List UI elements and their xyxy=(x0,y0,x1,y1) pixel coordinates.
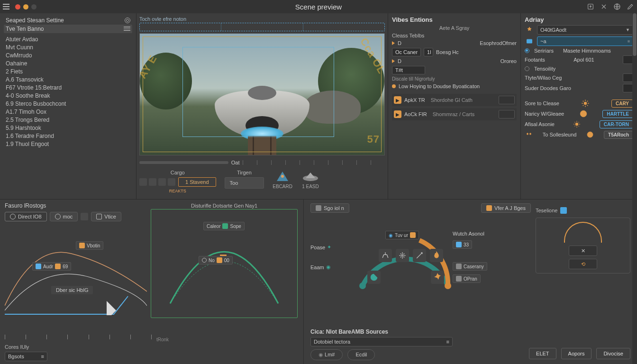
tool-icon[interactable] xyxy=(158,178,166,186)
camera-input[interactable]: Oc Caner xyxy=(392,48,421,56)
side-card: ✕ ⟲ xyxy=(536,218,630,273)
window-controls[interactable] xyxy=(15,4,36,9)
shortcut-row[interactable]: ▶ ApkX TR Shordohe Gl Cath xyxy=(392,94,517,106)
preset-dropdown[interactable]: O40tGAodt▼ xyxy=(537,25,633,35)
pose-icon[interactable] xyxy=(379,249,392,262)
svg-point-11 xyxy=(445,282,451,289)
close-mini[interactable]: ✕ xyxy=(569,246,597,256)
spark-icon[interactable] xyxy=(431,271,444,284)
action-row[interactable]: To Sollesleund T5ARoch xyxy=(525,130,633,139)
expand-icon[interactable] xyxy=(392,59,395,63)
sidebar-item[interactable]: CwMrrudo xyxy=(4,51,132,59)
curve-tab[interactable]: Direct IO8 xyxy=(5,212,47,221)
globe-icon[interactable] xyxy=(613,3,621,10)
curve-graph-1[interactable]: Vbotin Audr69 Dber sic HblG xyxy=(5,225,147,315)
radio-row[interactable]: Seririars Masete Himnmoams xyxy=(525,48,633,54)
value-box[interactable] xyxy=(499,110,515,118)
value-box[interactable] xyxy=(499,96,515,104)
sidebar-item[interactable]: 5.9 Harshtook xyxy=(4,124,132,132)
cargo-icons[interactable] xyxy=(139,178,175,186)
sidebar-item[interactable]: 2.5 Trongs Bered xyxy=(4,116,132,124)
sidebar-item[interactable]: Mvt Cuunn xyxy=(4,43,132,51)
cut-icon[interactable] xyxy=(600,3,608,10)
export-icon[interactable] xyxy=(587,3,594,10)
scrollbar[interactable] xyxy=(632,13,637,364)
edit-icon[interactable] xyxy=(627,3,634,10)
wand-icon[interactable] xyxy=(413,249,426,262)
color-swatch[interactable] xyxy=(623,55,633,64)
node-tag[interactable]: CaleorSope xyxy=(203,222,245,230)
action-row[interactable]: Naricy W/Gleaee HARTTLE xyxy=(525,109,633,118)
curve-graph-2[interactable]: Disturifle Dotsarte Gen Nay1 CaleorSope … xyxy=(151,209,298,318)
radial-dial[interactable]: ◉Tuv ur xyxy=(348,205,462,309)
mini-dial[interactable] xyxy=(564,222,602,243)
sidebar-item[interactable]: A.6 Tsansovick xyxy=(4,75,132,83)
elet-button[interactable]: ELET xyxy=(529,348,556,359)
sidebar-item[interactable]: 6.9 Sterco Busbochcont xyxy=(4,100,132,108)
tool-icon[interactable] xyxy=(168,178,175,186)
node-tag[interactable]: No00 xyxy=(199,256,233,264)
prop-row[interactable]: D EsophrodOfmer xyxy=(392,39,517,47)
tab-icon[interactable] xyxy=(81,213,88,220)
curve-tab[interactable]: moc xyxy=(50,212,78,221)
sidebar-item[interactable]: F67 Vtrotie 15:Betrard xyxy=(4,83,132,91)
reset-mini[interactable]: ⟲ xyxy=(569,259,597,269)
cargo-pill[interactable]: 1 Stavend xyxy=(178,177,216,187)
edit-button[interactable]: Ecdil xyxy=(347,349,375,360)
inner-frame[interactable] xyxy=(182,47,334,137)
shortcut-row[interactable]: ▶ AoCk FIR Shommraz / Carts xyxy=(392,108,517,120)
prop-row[interactable]: D Ororeo xyxy=(392,57,517,65)
camera-num[interactable]: 1l xyxy=(424,48,433,56)
mini-icon[interactable] xyxy=(623,73,633,82)
swirl-icon[interactable] xyxy=(367,271,381,284)
radio-row[interactable]: Tensoility xyxy=(525,66,633,72)
divocise-button[interactable]: Divocise xyxy=(596,348,630,359)
sources-dropdown[interactable]: Dotobiel tectora≡ xyxy=(310,337,453,346)
sidebar-item[interactable]: A1.7 Timoh Oox xyxy=(4,108,132,116)
sidebar-item[interactable]: 1.6 Teradre Farond xyxy=(4,132,132,140)
sidebar-item[interactable]: Atuter Avdao xyxy=(4,35,132,43)
tool-icon[interactable] xyxy=(139,178,147,186)
corner-title: Cores IUly xyxy=(5,344,47,350)
svg-point-2 xyxy=(281,175,284,178)
mini-icon[interactable] xyxy=(623,84,633,92)
dial-tab[interactable]: Vfer A J Bges xyxy=(481,203,531,213)
tool-icon[interactable] xyxy=(149,178,156,186)
spread-icon[interactable] xyxy=(396,249,409,262)
sidebar-selected[interactable]: Tve Ten Banno xyxy=(4,25,132,33)
menu-icon[interactable] xyxy=(3,4,9,9)
region-selector[interactable] xyxy=(139,23,385,31)
timeline[interactable]: Oat xyxy=(139,158,385,167)
node-tag[interactable]: Audr69 xyxy=(32,262,71,271)
corner-dropdown[interactable]: Bgsots≡ xyxy=(5,352,47,361)
expand-icon[interactable] xyxy=(392,41,395,45)
refresh-icon[interactable] xyxy=(125,18,130,23)
link-button[interactable]: ◉ Lm# xyxy=(310,349,343,360)
radio-icon[interactable] xyxy=(525,66,529,71)
sidebar-item[interactable]: 1.9 Thuol Engoot xyxy=(4,140,132,148)
sidebar-item[interactable]: Oahaine xyxy=(4,59,132,67)
viewport[interactable]: AY E Cca OL 57 xyxy=(139,33,385,155)
node-tag[interactable]: Vbotin xyxy=(76,241,103,250)
curve-tab[interactable]: Vtice xyxy=(91,212,121,221)
minimize-dot[interactable] xyxy=(23,4,28,9)
vibes-sub: Aete A Sgray xyxy=(392,25,517,31)
play-pill[interactable]: ◉Tuv ur xyxy=(385,231,419,239)
radio-icon[interactable] xyxy=(525,48,529,53)
layer-dropdown[interactable]: ~a≡ xyxy=(537,36,633,46)
sidebar-item[interactable]: 4-0 Soothe Break xyxy=(4,91,132,100)
target-pill[interactable]: Too xyxy=(225,177,264,189)
action-row[interactable]: Sore to Clease CARY xyxy=(525,99,633,108)
sidebar-header[interactable]: Seaped Stesan Settine xyxy=(4,16,132,25)
drone-a-thumb[interactable]: EBCARD xyxy=(273,170,292,193)
drone-b-thumb[interactable]: 1 EASD xyxy=(301,170,320,193)
scrollbar-thumb[interactable] xyxy=(633,13,637,56)
close-dot[interactable] xyxy=(15,4,20,9)
dial-tab[interactable]: Sgo iol n xyxy=(310,203,349,213)
action-row[interactable]: Afisal Asonie CAR-TORN xyxy=(525,120,633,128)
flame-icon[interactable] xyxy=(430,249,443,262)
zoom-dot[interactable] xyxy=(31,4,36,9)
sidebar-item[interactable]: 2 Fiets xyxy=(4,67,132,75)
aopors-button[interactable]: Aopors xyxy=(561,348,592,359)
tt-field[interactable]: T#t xyxy=(392,66,425,74)
